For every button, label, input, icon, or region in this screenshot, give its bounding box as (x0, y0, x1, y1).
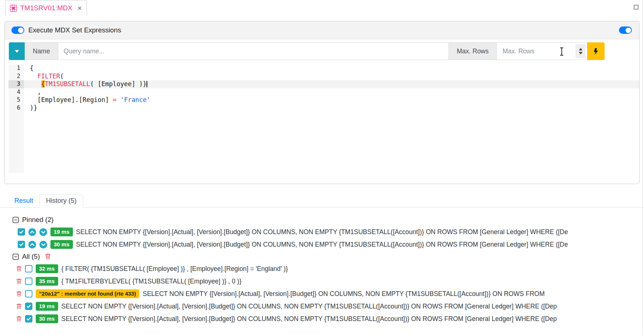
delete-icon[interactable] (16, 278, 22, 285)
name-label: Name (25, 42, 58, 60)
max-rows-label: Max. Rows (448, 42, 497, 60)
line-number: 1 (8, 64, 24, 73)
history-item[interactable]: 32 ms{ FILTER( {TM1SUBSETALL( [Employee]… (13, 264, 644, 273)
move-up-icon[interactable] (28, 228, 36, 236)
pinned-header: Pinned (2) (13, 216, 644, 224)
duration-badge: 32 ms (36, 264, 58, 273)
line-number: 5 (8, 96, 24, 104)
line-number: 4 (8, 88, 24, 96)
editor-line[interactable]: 4 , (8, 88, 639, 96)
max-rows-field (496, 42, 587, 60)
move-up-icon[interactable] (28, 241, 36, 248)
duration-badge: 30 ms (36, 314, 58, 323)
execute-button[interactable] (587, 42, 605, 60)
editor-line[interactable]: 5 [Employee].[Region] = 'France' (8, 96, 639, 104)
checkbox-unchecked-icon[interactable] (25, 290, 32, 297)
editor-lines: 1{2 FILTER(3 {TM1SUBSETALL( [Employee] )… (8, 64, 639, 173)
pinned-label: Pinned (2) (22, 216, 53, 224)
line-code: )} (24, 104, 639, 112)
history-panel: Pinned (2) 19 msSELECT NON EMPTY {[Versi… (0, 208, 644, 323)
checkbox-checked-icon[interactable] (25, 303, 32, 310)
line-number: 3 (8, 80, 24, 88)
query-dropdown-button[interactable] (9, 42, 25, 60)
line-code: , (24, 88, 639, 96)
panel-title: Execute MDX Set Expressions (28, 26, 121, 34)
line-code: FILTER( (24, 73, 639, 81)
editor-gutter-filler (8, 112, 24, 173)
duration-badge: 30 ms (50, 240, 73, 249)
delete-icon[interactable] (16, 303, 22, 310)
delete-icon[interactable] (16, 316, 22, 322)
max-rows-input[interactable] (496, 42, 587, 60)
delete-icon[interactable] (16, 266, 22, 272)
checkbox-checked-icon[interactable] (18, 228, 25, 236)
query-text: SELECT NON EMPTY {[Version].[Actual], [V… (61, 303, 557, 310)
delete-all-icon[interactable] (45, 253, 51, 260)
panel-header: Execute MDX Set Expressions (5, 21, 639, 39)
caret-down-icon (15, 50, 19, 53)
editor-line[interactable]: 2 FILTER( (8, 73, 639, 81)
lightning-icon (593, 48, 599, 55)
query-toolbar: Name Max. Rows (9, 42, 605, 60)
table-icon (10, 5, 17, 12)
query-text: SELECT NON EMPTY {[Version].[Actual], [V… (61, 315, 557, 323)
editor-line[interactable]: 6)} (8, 104, 639, 112)
tab-history[interactable]: History (5) (39, 194, 83, 208)
delete-icon[interactable] (16, 291, 22, 297)
result-history-tabs: Result History (5) (0, 194, 644, 208)
number-spinner[interactable] (576, 44, 585, 58)
execute-toggle-left[interactable] (11, 27, 24, 34)
duration-badge: 19 ms (36, 302, 58, 311)
execute-toggle-right[interactable] (619, 27, 632, 34)
editor-line[interactable]: 1{ (8, 64, 639, 73)
line-code: { (24, 64, 639, 73)
move-down-icon[interactable] (39, 228, 47, 236)
document-tab[interactable]: TM1SRV01:MDX × (5, 0, 87, 16)
editor-caret (147, 81, 147, 87)
query-text: { TM1FILTERBYLEVEL( {TM1SUBSETALL( [Empl… (61, 278, 242, 285)
ibeam-cursor-icon (559, 47, 564, 57)
history-item[interactable]: 19 msSELECT NON EMPTY {[Version].[Actual… (13, 302, 644, 311)
duration-badge: 19 ms (50, 228, 73, 236)
error-badge: "20a12" : member not found (rte 433) (36, 289, 139, 298)
query-text: SELECT NON EMPTY {[Version].[Actual], [V… (142, 290, 545, 298)
tab-title: TM1SRV01:MDX (20, 4, 73, 12)
app-window: { "tab": { "title": "TM1SRV01:MDX", "clo… (0, 0, 644, 335)
move-down-icon[interactable] (39, 241, 47, 248)
all-label: All (5) (22, 253, 40, 261)
all-items: 32 ms{ FILTER( {TM1SUBSETALL( [Employee]… (13, 264, 644, 323)
history-item[interactable]: 35 ms{ TM1FILTERBYLEVEL( {TM1SUBSETALL( … (13, 277, 644, 286)
query-name-input[interactable] (58, 42, 449, 60)
history-item[interactable]: 19 msSELECT NON EMPTY {[Version].[Actual… (13, 228, 644, 236)
checkbox-checked-icon[interactable] (25, 315, 32, 322)
spinner-down-icon[interactable] (579, 52, 583, 54)
history-item[interactable]: "20a12" : member not found (rte 433)SELE… (13, 289, 644, 298)
pinned-items: 19 msSELECT NON EMPTY {[Version].[Actual… (13, 228, 644, 249)
line-code: {TM1SUBSETALL( [Employee] )} (24, 80, 639, 88)
query-text: { FILTER( {TM1SUBSETALL( [Employee] )} ,… (61, 265, 288, 273)
collapse-icon[interactable] (13, 254, 19, 260)
checkbox-unchecked-icon[interactable] (25, 265, 32, 272)
checkbox-checked-icon[interactable] (18, 241, 25, 248)
line-number: 2 (8, 73, 24, 81)
line-code: [Employee].[Region] = 'France' (24, 96, 639, 104)
mdx-panel: Execute MDX Set Expressions Name Max. Ro… (4, 21, 640, 184)
all-header: All (5) (13, 253, 644, 261)
history-item[interactable]: 30 msSELECT NON EMPTY {[Version].[Actual… (13, 314, 644, 323)
history-item[interactable]: 30 msSELECT NON EMPTY {[Version].[Actual… (13, 240, 644, 249)
checkbox-unchecked-icon[interactable] (25, 278, 32, 285)
mdx-editor[interactable]: 1{2 FILTER(3 {TM1SUBSETALL( [Employee] )… (8, 64, 639, 173)
spinner-up-icon[interactable] (579, 48, 583, 50)
query-text: SELECT NON EMPTY {[Version].[Actual], [V… (76, 228, 568, 236)
editor-line[interactable]: 3 {TM1SUBSETALL( [Employee] )} (8, 80, 639, 88)
duration-badge: 35 ms (36, 277, 58, 286)
tab-close-icon[interactable]: × (78, 4, 82, 12)
query-text: SELECT NON EMPTY {[Version].[Actual], [V… (76, 241, 568, 248)
line-number: 6 (8, 104, 24, 112)
tabstrip: TM1SRV01:MDX × (0, 0, 644, 16)
maximize-icon[interactable] (634, 5, 638, 10)
tab-result[interactable]: Result (8, 195, 39, 207)
collapse-icon[interactable] (13, 217, 19, 223)
